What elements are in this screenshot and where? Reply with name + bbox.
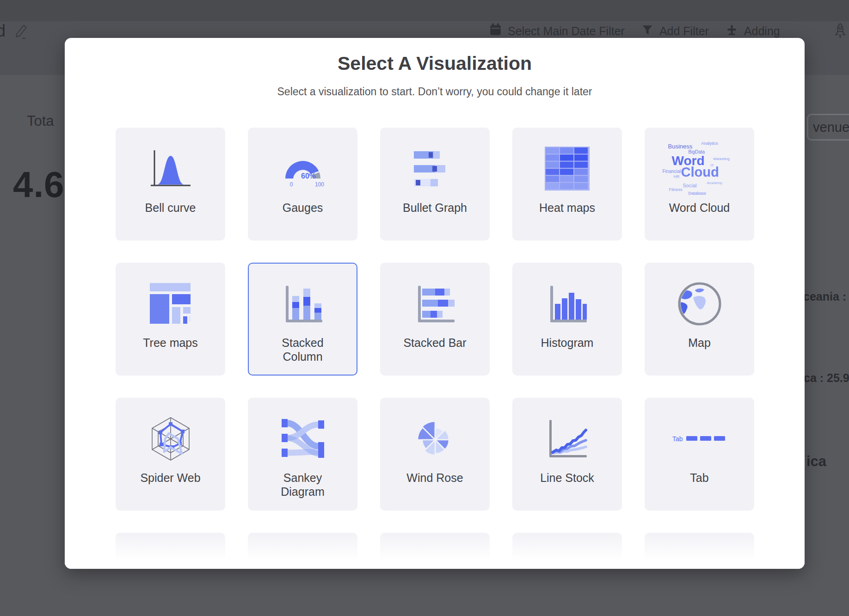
viz-card-label: Wind Rose [406,471,463,485]
modal-subtitle: Select a visualization to start. Don’t w… [65,74,805,98]
main-date-filter-label: Select Main Date Filter [508,25,625,38]
viz-card-map[interactable]: Map [645,263,754,376]
adding-label: Adding [744,25,780,38]
svg-text:60%: 60% [301,172,315,180]
viz-card-stacked-bar[interactable]: Stacked Bar [380,263,490,376]
viz-card-bullet-graph[interactable]: Bullet Graph [380,128,490,240]
svg-text:100: 100 [314,181,324,188]
viz-card-label: Word Cloud [669,201,730,215]
heat-maps-icon [545,140,590,198]
viz-card-label: Tab [690,471,708,485]
viz-card-gauges[interactable]: 60% 0 100Gauges [248,128,357,240]
tree-maps-icon [150,275,191,333]
wind-rose-icon [412,410,458,468]
dashboard-title-fragment: d [0,21,6,41]
legend-america-fragment: ica [806,453,826,470]
stacked-column-icon [280,275,326,333]
viz-card-tree-maps[interactable]: Tree maps [116,263,225,376]
revenue-chip-fragment[interactable]: venue [807,114,849,141]
adding-button[interactable]: Adding [726,24,780,39]
modal-title: Select A Visualization [65,38,805,74]
background-toolbar: Select Main Date Filter Add Filter Addin… [489,23,780,39]
viz-card-label: Histogram [541,336,594,350]
word-cloud-icon: BusinessAnalyticsBigDataWordITMarketingF… [662,140,738,198]
viz-card-tab[interactable]: Tab Tab [645,398,754,511]
viz-card-label: Heat maps [539,201,595,215]
calendar-icon [489,23,502,39]
viz-card-heat-maps[interactable]: Heat maps [512,128,622,240]
rocket-icon[interactable] [833,23,847,41]
viz-card-stacked-column[interactable]: Stacked Column [248,263,357,376]
viz-card-sankey-diagram[interactable]: Sankey Diagram [248,398,357,511]
viz-card-label: Bullet Graph [403,201,467,215]
viz-card-hidden-stub[interactable] [512,533,622,569]
viz-card-label: Tree maps [143,336,198,350]
background-top-bar [0,0,849,21]
viz-card-label: Stacked Bar [403,336,466,350]
histogram-icon [544,275,591,333]
tab-icon: Tab [672,410,727,468]
select-visualization-modal: Select A Visualization Select a visualiz… [65,38,805,569]
legend-africa-fragment: ca : 25.95 [804,371,849,385]
bullet-graph-icon [412,140,458,198]
legend-oceania-fragment: ceania : 8 [803,290,849,303]
svg-text:0: 0 [289,181,293,188]
metric-title-fragment: Tota [27,113,54,129]
word-cloud-words: BusinessAnalyticsBigDataWordITMarketingF… [662,141,738,197]
metric-value-fragment: 4.6 [13,164,64,206]
viz-card-label: Spider Web [140,471,200,485]
viz-card-word-cloud[interactable]: BusinessAnalyticsBigDataWordITMarketingF… [645,128,754,240]
viz-card-hidden-stub[interactable] [248,533,357,569]
sankey-diagram-icon [281,410,325,468]
viz-card-line-stock[interactable]: Line Stock [512,398,622,511]
viz-card-label: Sankey Diagram [262,471,344,499]
viz-card-label: Gauges [283,201,323,215]
svg-text:Tab: Tab [672,435,683,443]
stacked-bar-icon [412,275,458,333]
plus-icon [726,24,738,39]
viz-card-spider-web[interactable]: Spider Web [116,398,225,511]
filter-funnel-icon [641,24,653,39]
bell-curve-icon [148,140,194,198]
viz-card-label: Line Stock [540,471,594,485]
spider-web-icon [147,410,195,468]
viz-card-bell-curve[interactable]: Bell curve [116,128,225,240]
edit-pencil-icon[interactable] [14,24,28,42]
viz-card-label: Bell curve [145,201,196,215]
add-filter-button[interactable]: Add Filter [641,24,709,39]
viz-card-histogram[interactable]: Histogram [512,263,622,376]
main-date-filter-button[interactable]: Select Main Date Filter [489,23,625,39]
viz-card-wind-rose[interactable]: Wind Rose [380,398,490,511]
add-filter-label: Add Filter [659,25,709,38]
line-stock-icon [544,410,591,468]
viz-card-hidden-stub[interactable] [645,533,754,569]
viz-card-hidden-stub[interactable] [116,533,225,569]
gauges-icon: 60% 0 100 [279,140,327,198]
visualization-grid: Bell curve 60% 0 100Gauges Bullet GraphH… [116,128,754,569]
viz-card-hidden-stub[interactable] [380,533,490,569]
viz-card-label: Stacked Column [262,336,344,363]
map-icon [677,275,723,333]
viz-card-label: Map [688,336,711,350]
